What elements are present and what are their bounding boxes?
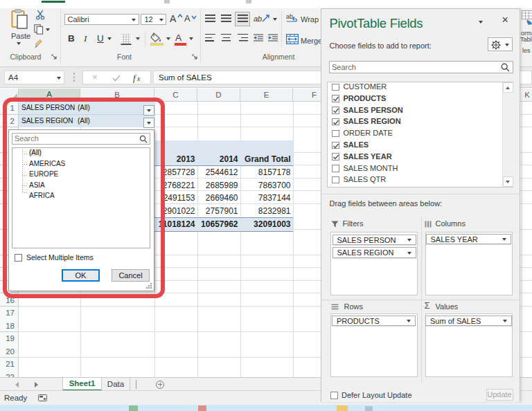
svg-text:ab: ab	[286, 13, 293, 20]
